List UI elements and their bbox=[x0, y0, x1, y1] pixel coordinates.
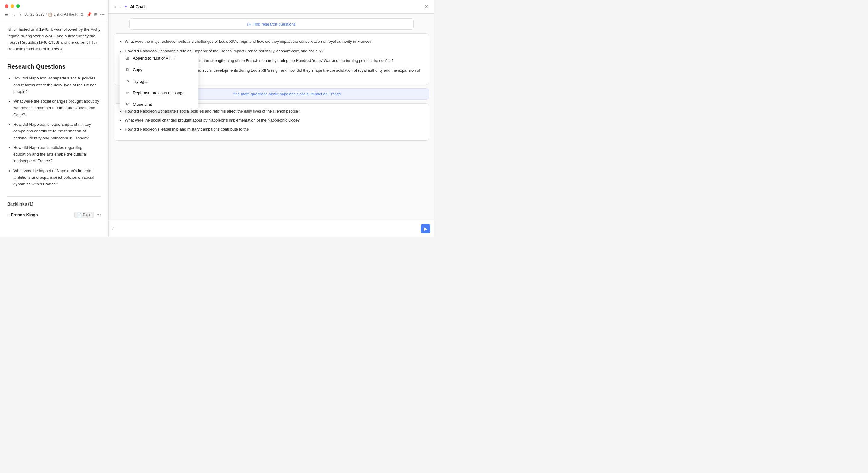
backlinks-title: Backlinks (1) bbox=[7, 202, 101, 206]
list-item: What was the impact of Napoleon's imperi… bbox=[13, 168, 101, 188]
context-menu-rephrase-label: Rephrase previous message bbox=[133, 91, 185, 95]
back-button[interactable]: ‹ bbox=[12, 11, 16, 18]
chat-header-left: ⠿ ⌄ ✦ AI Chat bbox=[114, 4, 145, 9]
minimize-traffic-light[interactable] bbox=[10, 4, 14, 8]
breadcrumb-date: Jul 20, 2023 bbox=[25, 12, 44, 16]
rephrase-icon: ✏ bbox=[125, 90, 130, 95]
page-icon: 📄 bbox=[77, 213, 82, 217]
backlink-more-button[interactable]: ••• bbox=[96, 212, 101, 217]
backlink-left: › French Kings bbox=[7, 212, 38, 217]
list-icon[interactable]: ☰ bbox=[4, 11, 10, 18]
response-2-item-2: What were the social changes brought abo… bbox=[125, 117, 424, 123]
context-menu: ⊞ Append to "List of All ..." ⧉ Copy ↺ T… bbox=[120, 52, 198, 110]
toolbar: ☰ ‹ › Jul 20, 2023 / 📋 List of All the R… bbox=[0, 10, 108, 20]
response-1-item-1: What were the major achievements and cha… bbox=[125, 38, 424, 44]
drag-handle-icon: ⠿ bbox=[114, 4, 116, 9]
breadcrumb-sep1: / bbox=[46, 12, 47, 16]
divider-1 bbox=[7, 58, 101, 58]
chat-title: AI Chat bbox=[130, 4, 145, 9]
list-item: How did Napoleon's leadership and milita… bbox=[13, 121, 101, 141]
breadcrumb-doc-title[interactable]: List of All the Rulers of Fran... bbox=[54, 12, 78, 16]
pin-icon[interactable]: 📌 bbox=[87, 12, 92, 17]
context-menu-close-label: Close chat bbox=[133, 102, 152, 106]
forward-button[interactable]: › bbox=[19, 11, 23, 18]
retry-icon: ↺ bbox=[125, 79, 130, 83]
layout-icon[interactable]: ⊞ bbox=[94, 12, 98, 17]
toolbar-right: ⚙ 📌 ⊞ ••• bbox=[80, 12, 104, 17]
breadcrumb-doc-icon: 📋 bbox=[48, 12, 53, 16]
list-item: How did Napoleon's policies regarding ed… bbox=[13, 144, 101, 165]
left-panel: ☰ ‹ › Jul 20, 2023 / 📋 List of All the R… bbox=[0, 0, 108, 236]
more-icon[interactable]: ••• bbox=[100, 12, 104, 17]
backlink-title: French Kings bbox=[11, 212, 38, 217]
close-traffic-light[interactable] bbox=[5, 4, 8, 8]
copy-icon: ⧉ bbox=[125, 67, 130, 72]
content-area: which lasted until 1940. It was followed… bbox=[0, 20, 108, 236]
context-menu-append-label: Append to "List of All ..." bbox=[133, 56, 176, 61]
intro-text: which lasted until 1940. It was followed… bbox=[7, 26, 101, 52]
breadcrumb: Jul 20, 2023 / 📋 List of All the Rulers … bbox=[25, 12, 78, 16]
list-item: What were the social changes brought abo… bbox=[13, 98, 101, 118]
maximize-traffic-light[interactable] bbox=[16, 4, 20, 8]
context-menu-copy[interactable]: ⧉ Copy bbox=[120, 64, 198, 75]
section-title: Research Questions bbox=[7, 63, 101, 70]
context-menu-close[interactable]: ✕ Close chat bbox=[120, 98, 198, 110]
research-questions-list: How did Napoleon Bonaparte's social poli… bbox=[7, 75, 101, 188]
find-research-button[interactable]: ◎ Find research questions bbox=[129, 19, 413, 30]
append-icon: ⊞ bbox=[125, 56, 130, 61]
response-2-item-3: How did Napoleon's leadership and milita… bbox=[125, 126, 424, 132]
find-research-label: Find research questions bbox=[252, 22, 296, 27]
right-panel: ⠿ ⌄ ✦ AI Chat ✕ ◎ Find research question… bbox=[108, 0, 434, 236]
chevron-right-icon: › bbox=[7, 213, 8, 217]
ai-icon: ✦ bbox=[124, 4, 128, 9]
send-button[interactable]: ▶ bbox=[421, 224, 430, 234]
traffic-lights bbox=[0, 0, 108, 10]
find-research-icon: ◎ bbox=[247, 22, 251, 27]
context-menu-rephrase[interactable]: ✏ Rephrase previous message bbox=[120, 87, 198, 98]
chat-body: ◎ Find research questions What were the … bbox=[109, 13, 434, 221]
backlink-item[interactable]: › French Kings 📄 Page ••• bbox=[7, 210, 101, 219]
close-chat-button[interactable]: ✕ bbox=[423, 4, 429, 10]
backlinks-section: Backlinks (1) › French Kings 📄 Page ••• bbox=[7, 197, 101, 219]
context-menu-append[interactable]: ⊞ Append to "List of All ..." bbox=[120, 53, 198, 64]
list-item: How did Napoleon Bonaparte's social poli… bbox=[13, 75, 101, 95]
chat-input[interactable] bbox=[112, 226, 418, 231]
chevron-down-icon[interactable]: ⌄ bbox=[119, 4, 122, 9]
page-badge-label: Page bbox=[83, 213, 91, 217]
context-menu-retry[interactable]: ↺ Try again bbox=[120, 75, 198, 87]
close-icon: ✕ bbox=[125, 102, 130, 106]
chat-input-area: ▶ bbox=[109, 221, 434, 236]
page-badge: 📄 Page bbox=[74, 212, 94, 218]
ai-response-2: How did Napoleon Bonaparte's social poli… bbox=[114, 103, 429, 140]
context-menu-retry-label: Try again bbox=[133, 79, 150, 83]
send-icon: ▶ bbox=[424, 226, 427, 232]
settings-icon[interactable]: ⚙ bbox=[80, 12, 84, 17]
chat-header: ⠿ ⌄ ✦ AI Chat ✕ bbox=[109, 0, 434, 13]
context-menu-copy-label: Copy bbox=[133, 67, 143, 72]
backlink-right: 📄 Page ••• bbox=[74, 212, 101, 218]
